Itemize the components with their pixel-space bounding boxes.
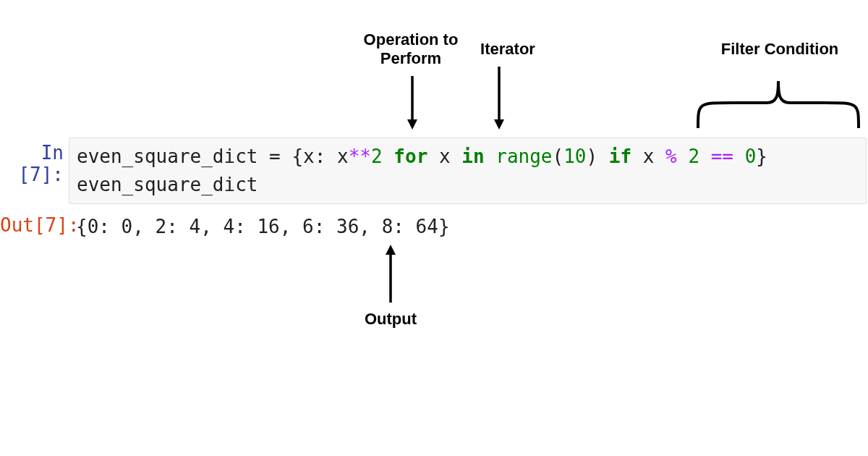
svg-marker-1 (407, 119, 417, 130)
svg-marker-3 (494, 119, 504, 130)
tok-pow: ** (349, 145, 371, 167)
annotation-filter-text: Filter Condition (721, 40, 839, 58)
tok-in: in (461, 145, 484, 167)
arrow-output (383, 245, 398, 303)
output-cell: {0: 0, 2: 4, 4: 16, 6: 36, 8: 64} (69, 211, 457, 242)
tok-zero: 0 (745, 145, 757, 167)
annotation-operation: Operation toPerform (346, 30, 476, 69)
tok-two2: 2 (688, 145, 699, 167)
prompt-out: Out[7]: (0, 214, 64, 236)
tok-rparen: ) (586, 145, 597, 167)
tok-key: x (303, 145, 315, 167)
tok-rbrace: } (756, 145, 767, 167)
brace-filter (692, 67, 866, 132)
tok-for: for (393, 145, 427, 167)
annotation-iterator-text: Iterator (480, 40, 535, 58)
arrow-operation (405, 76, 420, 130)
tok-colon: : (315, 145, 337, 167)
code-line-2: even_square_dict (77, 171, 859, 199)
tok-var-name: even_square_dict (77, 145, 258, 167)
annotation-output-text: Output (365, 310, 417, 328)
tok-two: 2 (371, 145, 383, 167)
tok-if: if (609, 145, 631, 167)
tok-lbrace: { (292, 145, 303, 167)
annotation-output: Output (351, 310, 430, 329)
tok-x: x (337, 145, 349, 167)
code-input-cell: even_square_dict = {x: x**2 for x in ran… (69, 138, 867, 204)
arrow-iterator (492, 67, 506, 130)
svg-marker-5 (386, 245, 396, 255)
prompt-in: In [7]: (0, 142, 64, 185)
tok-loopvar: x (439, 145, 451, 167)
tok-equals: = (258, 145, 292, 167)
tok-range: range (495, 145, 552, 167)
tok-ten: 10 (563, 145, 586, 167)
annotation-filter: Filter Condition (704, 40, 856, 59)
tok-line2: even_square_dict (77, 174, 258, 195)
code-line-1: even_square_dict = {x: x**2 for x in ran… (77, 143, 859, 171)
tok-eqeq: == (711, 145, 733, 167)
tok-mod: % (665, 145, 677, 167)
tok-x2: x (643, 145, 655, 167)
annotation-operation-text: Operation toPerform (364, 30, 459, 67)
annotation-iterator: Iterator (468, 40, 548, 59)
tok-lparen: ( (553, 145, 564, 167)
